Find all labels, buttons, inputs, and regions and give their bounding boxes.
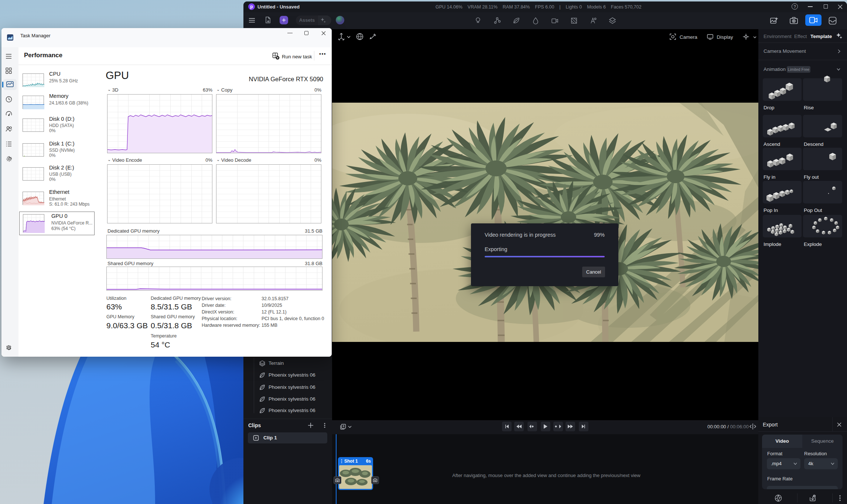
svg-text:Ascend: Ascend (764, 141, 780, 147)
svg-text:Descend: Descend (804, 141, 823, 147)
svg-text:Pop In: Pop In (764, 208, 778, 213)
svg-text:Fly out: Fly out (804, 174, 819, 180)
svg-text:Fly in: Fly in (764, 174, 775, 180)
svg-text:Pop Out: Pop Out (804, 208, 822, 213)
svg-text:Rise: Rise (804, 105, 814, 110)
svg-text:Explode: Explode (804, 241, 822, 247)
svg-text:Drop: Drop (764, 105, 774, 110)
svg-text:Implode: Implode (764, 241, 781, 247)
